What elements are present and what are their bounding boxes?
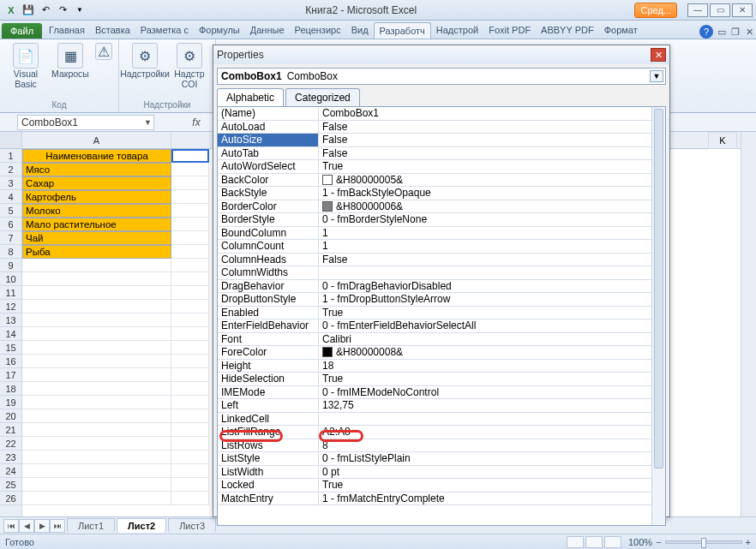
name-box[interactable]: ComboBox1▼ <box>17 115 154 130</box>
macro-security-button[interactable]: ⚠ <box>94 41 113 89</box>
property-row[interactable]: ListWidth0 pt <box>218 466 665 480</box>
cell[interactable] <box>22 382 171 396</box>
property-value[interactable]: False▼ <box>319 134 665 146</box>
cell[interactable] <box>171 231 209 245</box>
cell[interactable] <box>22 368 171 382</box>
ribbon-tab[interactable]: ABBYY PDF <box>536 22 599 39</box>
cell[interactable] <box>22 286 171 300</box>
visual-basic-button[interactable]: 📄Visual Basic <box>5 41 46 89</box>
row-header[interactable]: 4 <box>0 190 21 204</box>
property-row[interactable]: AutoWordSelectTrue <box>218 160 665 174</box>
tab-alphabetic[interactable]: Alphabetic <box>217 88 284 106</box>
sheet-nav-button[interactable]: ◀ <box>19 519 34 533</box>
cell[interactable] <box>171 149 209 163</box>
property-row[interactable]: EnterFieldBehavior0 - fmEnterFieldBehavi… <box>218 319 665 333</box>
cell[interactable] <box>171 368 209 382</box>
cell[interactable] <box>22 478 171 492</box>
chevron-down-icon[interactable]: ▼ <box>650 70 663 82</box>
ribbon-tab[interactable]: Рецензирс <box>290 22 346 39</box>
property-value[interactable] <box>319 413 665 426</box>
ribbon-tab[interactable]: Вставка <box>90 22 135 39</box>
ribbon-tab[interactable]: Разработч <box>374 22 431 39</box>
cell[interactable] <box>171 451 209 464</box>
row-header[interactable]: 23 <box>0 451 21 464</box>
property-value[interactable]: 0 pt <box>319 466 665 479</box>
property-value[interactable]: 0 - fmEnterFieldBehaviorSelectAll <box>319 319 665 332</box>
property-row[interactable]: BorderStyle0 - fmBorderStyleNone <box>218 213 665 227</box>
object-selector[interactable]: ComboBox1ComboBox ▼ <box>217 68 666 85</box>
properties-grid[interactable]: (Name)ComboBox1AutoLoadFalseAutoSizeFals… <box>218 107 665 505</box>
row-header[interactable]: 17 <box>0 368 21 382</box>
cell[interactable] <box>22 341 171 355</box>
ribbon-tab[interactable]: Foxit PDF <box>483 22 536 39</box>
ribbon-tab[interactable]: Надстрой <box>431 22 483 39</box>
col-header-K[interactable]: K <box>708 132 737 149</box>
cell[interactable] <box>171 163 209 176</box>
cell[interactable] <box>171 478 209 492</box>
property-row[interactable]: ColumnHeadsFalse <box>218 254 665 267</box>
addins-button[interactable]: ⚙Надстройки <box>124 41 165 89</box>
properties-scrollbar[interactable] <box>651 107 665 525</box>
file-tab[interactable]: Файл <box>2 23 42 39</box>
property-row[interactable]: ListStyle0 - fmListStylePlain <box>218 452 665 466</box>
cell[interactable] <box>171 355 209 368</box>
cell[interactable] <box>171 190 209 204</box>
cell[interactable] <box>22 355 171 368</box>
workbook-restore-icon[interactable]: ❐ <box>729 25 742 39</box>
redo-icon[interactable]: ↷ <box>55 3 70 18</box>
row-header[interactable]: 12 <box>0 300 21 313</box>
workbook-close-icon[interactable]: ✕ <box>742 25 756 39</box>
property-value[interactable]: ComboBox1 <box>319 107 665 120</box>
properties-close-button[interactable]: ✕ <box>651 48 666 62</box>
cell[interactable] <box>22 396 171 409</box>
property-row[interactable]: ColumnWidths <box>218 266 665 280</box>
cell[interactable] <box>171 286 209 300</box>
property-value[interactable]: 8 <box>319 439 665 452</box>
cell[interactable] <box>171 272 209 286</box>
property-row[interactable]: LockedTrue <box>218 479 665 492</box>
app-icon[interactable]: X <box>3 3 19 18</box>
cell[interactable] <box>22 451 171 464</box>
cell[interactable]: Мясо <box>22 163 171 176</box>
row-header[interactable]: 2 <box>0 163 21 176</box>
property-value[interactable]: &H80000008& <box>319 346 665 359</box>
com-addins-button[interactable]: ⚙Надстр COI <box>169 41 210 89</box>
addin-pill[interactable]: Сред... <box>634 3 677 18</box>
property-value[interactable]: True <box>319 479 665 492</box>
row-header[interactable]: 19 <box>0 396 21 409</box>
property-row[interactable]: BoundColumn1 <box>218 227 665 241</box>
cell[interactable] <box>22 423 171 437</box>
cell[interactable] <box>22 409 171 423</box>
zoom-out-button[interactable]: − <box>656 537 661 547</box>
cell[interactable] <box>171 341 209 355</box>
property-value[interactable]: 0 - fmBorderStyleNone <box>319 213 665 226</box>
row-header[interactable]: 16 <box>0 355 21 368</box>
cell[interactable] <box>22 327 171 341</box>
property-value[interactable]: 1 - fmDropButtonStyleArrow <box>319 293 665 306</box>
cell[interactable]: Молоко <box>22 204 171 218</box>
cell[interactable] <box>22 300 171 313</box>
row-header[interactable]: 18 <box>0 382 21 396</box>
property-row[interactable]: MatchEntry1 - fmMatchEntryComplete <box>218 492 665 506</box>
property-value[interactable]: True <box>319 160 665 173</box>
sheet-tab[interactable]: Лист2 <box>117 518 166 533</box>
property-row[interactable]: ListFillRangeA2:A8 <box>218 426 665 439</box>
row-header[interactable]: 26 <box>0 492 21 505</box>
property-value[interactable]: 1 - fmMatchEntryComplete <box>319 492 665 505</box>
row-header[interactable]: 25 <box>0 478 21 492</box>
property-value[interactable] <box>319 266 665 279</box>
ribbon-tab[interactable]: Формат <box>599 22 643 39</box>
property-row[interactable]: DragBehavior0 - fmDragBehaviorDisabled <box>218 280 665 294</box>
cell[interactable]: Сахар <box>22 176 171 190</box>
property-value[interactable]: &H80000005& <box>319 174 665 187</box>
cell[interactable] <box>171 259 209 272</box>
cell[interactable]: Мало растительное <box>22 218 171 231</box>
ribbon-tab[interactable]: Данные <box>245 22 290 39</box>
qat-dropdown-icon[interactable]: ▼ <box>72 3 87 18</box>
property-value[interactable]: 0 - fmDragBehaviorDisabled <box>319 280 665 293</box>
property-value[interactable]: 1 <box>319 240 665 253</box>
property-row[interactable]: AutoSizeFalse▼ <box>218 134 665 147</box>
property-value[interactable]: False <box>319 121 665 134</box>
cell[interactable] <box>22 313 171 327</box>
cell[interactable] <box>22 492 171 505</box>
